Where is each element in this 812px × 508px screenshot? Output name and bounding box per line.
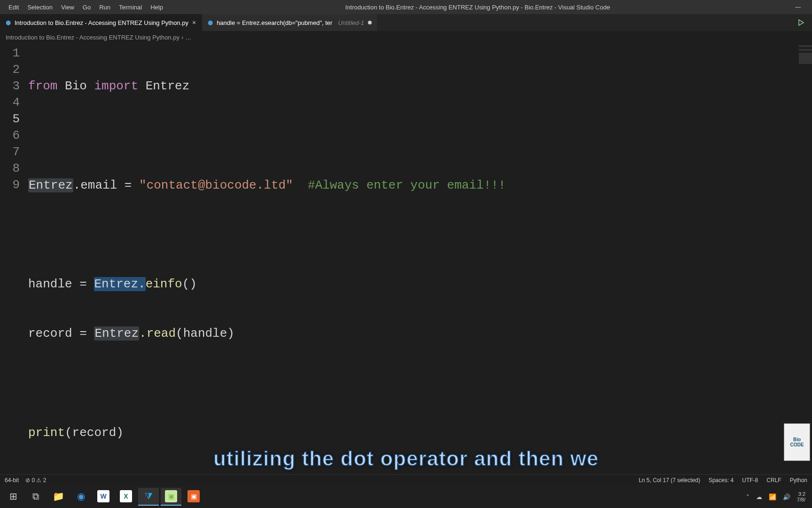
line-number: 6 [0,127,20,144]
operator: = [79,326,87,341]
line-number: 4 [0,95,20,111]
identifier: .email [73,178,125,192]
main-menu: Edit Selection View Go Run Terminal Help [5,2,167,13]
keyword: from [28,79,57,93]
run-file-button[interactable] [790,14,812,31]
tray-onedrive-icon[interactable]: ☁ [756,493,762,500]
windows-icon: ⊞ [9,491,17,502]
line-number: 2 [0,62,20,78]
comment: #Always enter your email!!! [300,178,506,192]
menu-help[interactable]: Help [147,2,167,13]
function: print [28,426,65,440]
status-bar: 64-bit 0 2 Ln 5, Col 17 (7 selected) Spa… [0,474,812,485]
error-count: 0 [25,477,35,484]
selection: Entrez. [94,277,145,291]
line-number: 9 [0,177,20,193]
vscode-button[interactable]: ⧩ [138,488,159,506]
punctuation: (record) [65,426,124,440]
line-number: 7 [0,144,20,160]
recorder-icon: ▣ [187,490,200,502]
folder-icon: 📁 [53,491,64,502]
tray-chevron-up-icon[interactable]: ˄ [746,493,750,500]
keyword: import [94,79,138,93]
operator: = [125,178,132,192]
python-icon: ⬢ [6,19,11,26]
punctuation: (handle) [176,326,234,341]
string: "contact@biocode.ltd" [132,178,300,192]
windows-taskbar: ⊞ ⧉ 📁 ◉ W X ⧩ ▣ ▣ ˄ ☁ 📶 🔊 3:2 7/8/ [0,485,812,508]
edge-icon: ◉ [77,491,85,502]
camtasia-icon: ▣ [165,490,177,502]
warning-count: 2 [36,477,46,484]
edge-button[interactable]: ◉ [70,488,91,506]
menu-selection[interactable]: Selection [23,2,56,13]
code-editor[interactable]: 1 2 3 4 5 6 7 8 9 from Bio import Entrez… [0,43,812,473]
menu-run[interactable]: Run [95,2,114,13]
task-view-button[interactable]: ⧉ [25,488,46,506]
tray-wifi-icon[interactable]: 📶 [769,493,776,500]
video-caption: utilizing the dot operator and then we [213,447,599,470]
tray-time: 3:2 [797,491,805,497]
camtasia-button[interactable]: ▣ [161,488,181,506]
identifier: Entrez [94,326,139,341]
logo-text: CODE [790,442,804,447]
chevron-right-icon: › [181,34,183,41]
title-bar: Edit Selection View Go Run Terminal Help… [0,0,812,14]
line-number: 1 [0,45,20,62]
menu-terminal[interactable]: Terminal [115,2,146,13]
close-tab-icon[interactable]: × [192,19,196,26]
excel-icon: X [120,490,132,502]
biocode-logo: Bio CODE [784,423,810,461]
space [87,326,94,341]
editor-tabs: ⬢ Introduction to Bio.Entrez - Accessing… [0,14,812,31]
function: .read [139,326,176,341]
space [87,277,94,291]
menu-edit[interactable]: Edit [5,2,23,13]
status-cursor-position[interactable]: Ln 5, Col 17 (7 selected) [639,477,700,484]
line-number: 5 [0,111,20,127]
line-number: 3 [0,78,20,95]
breadcrumb[interactable]: Introduction to Bio.Entrez - Accessing E… [0,31,812,43]
status-encoding[interactable]: UTF-8 [742,477,758,484]
recorder-button[interactable]: ▣ [183,488,204,506]
tray-clock[interactable]: 3:2 7/8/ [797,491,805,502]
identifier: Entrez [28,178,73,192]
menu-go[interactable]: Go [79,2,94,13]
status-indentation[interactable]: Spaces: 4 [709,477,734,484]
tab-label: Introduction to Bio.Entrez - Accessing E… [15,19,188,26]
window-controls: — [789,4,807,10]
start-button[interactable]: ⊞ [3,488,23,506]
tab-untitled-1[interactable]: ⬢ handle = Entrez.esearch(db="pubmed", t… [202,14,378,31]
tab-label: handle = Entrez.esearch(db="pubmed", ter [217,19,332,26]
breadcrumb-file[interactable]: Introduction to Bio.Entrez - Accessing E… [6,34,180,41]
identifier: Bio [57,79,94,93]
dirty-indicator-icon [368,21,372,24]
status-language[interactable]: Python [790,477,807,484]
logo-text: Bio [793,437,801,442]
word-button[interactable]: W [93,488,114,506]
tray-volume-icon[interactable]: 🔊 [783,493,790,500]
tab-intro-bio-entrez[interactable]: ⬢ Introduction to Bio.Entrez - Accessing… [0,14,202,31]
excel-button[interactable]: X [116,488,136,506]
breadcrumb-more[interactable]: … [185,34,191,41]
file-explorer-button[interactable]: 📁 [48,488,69,506]
play-icon [798,19,804,26]
identifier: record [28,326,79,341]
status-problems[interactable]: 0 2 [25,477,46,484]
function: einfo [146,277,182,291]
window-title: Introduction to Bio.Entrez - Accessing E… [167,4,789,11]
menu-view[interactable]: View [57,2,78,13]
minimap[interactable] [799,45,812,64]
status-eol[interactable]: CRLF [766,477,781,484]
punctuation: () [182,277,197,291]
minimize-button[interactable]: — [789,4,807,10]
word-icon: W [97,490,109,502]
operator: = [79,277,87,291]
status-arch[interactable]: 64-bit [5,477,19,484]
tab-untitled-label: Untitled-1 [338,19,364,26]
identifier: Entrez [138,79,189,93]
python-icon: ⬢ [208,19,213,26]
code-content[interactable]: from Bio import Entrez Entrez.email = "c… [28,43,506,473]
vscode-icon: ⧩ [145,491,153,502]
task-view-icon: ⧉ [32,491,39,502]
